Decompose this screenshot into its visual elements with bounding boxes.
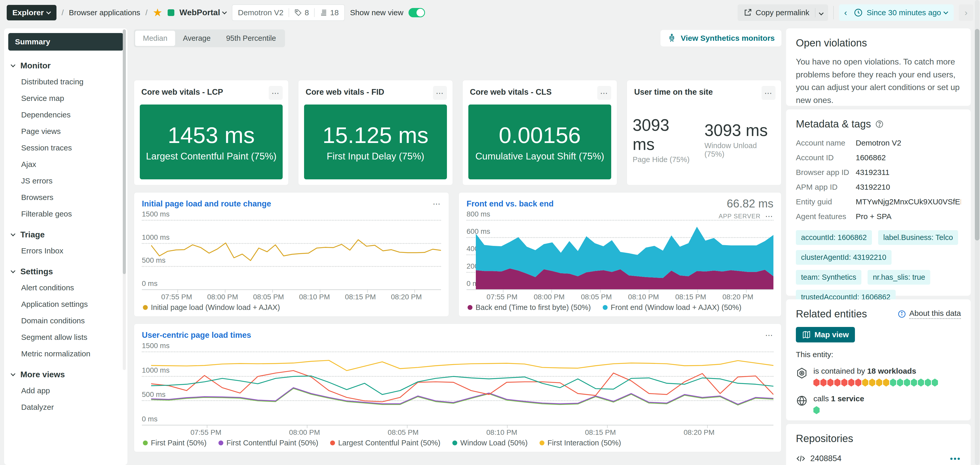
- show-new-view-toggle[interactable]: [409, 8, 425, 17]
- workload-hexagon[interactable]: [827, 379, 834, 387]
- sidebar-group-header[interactable]: More views: [4, 362, 127, 382]
- sidebar-item[interactable]: Browsers: [4, 189, 127, 205]
- workload-hexagon[interactable]: [904, 379, 910, 387]
- top-bar: Explorer / Browser applications / ★ WebP…: [0, 0, 980, 25]
- chart-plot[interactable]: 1500 ms1000 ms500 ms0 ms: [142, 212, 441, 289]
- chart-title-link[interactable]: User-centric page load times: [142, 331, 251, 340]
- service-hexagon[interactable]: [813, 406, 819, 414]
- tag-pill[interactable]: nr.has_slis: true: [867, 270, 930, 285]
- account-chip-label[interactable]: Demotron V2: [238, 8, 284, 17]
- sidebar-item[interactable]: Add app: [4, 382, 127, 399]
- sidebar-item[interactable]: Ajax: [4, 156, 127, 173]
- workload-hexagon[interactable]: [932, 379, 938, 387]
- workload-hexagon[interactable]: [911, 379, 917, 387]
- legend-item[interactable]: Initial page load (Window load + AJAX): [143, 303, 280, 312]
- workload-hexagon[interactable]: [834, 379, 840, 387]
- tags-count[interactable]: 8: [294, 8, 309, 17]
- workload-hexagon[interactable]: [855, 379, 861, 387]
- sidebar-group-header[interactable]: Triage: [4, 222, 127, 242]
- repository-menu-button[interactable]: •••: [950, 454, 961, 463]
- breadcrumb[interactable]: Browser applications: [69, 8, 140, 17]
- chart-title-link[interactable]: Front end vs. back end: [466, 199, 554, 209]
- sidebar-item[interactable]: Segment allow lists: [4, 329, 127, 346]
- card-menu-button[interactable]: ⋯: [765, 331, 773, 339]
- map-view-button[interactable]: Map view: [796, 327, 855, 342]
- sidebar-item[interactable]: Errors Inbox: [4, 242, 127, 259]
- workload-hexagon[interactable]: [862, 379, 868, 387]
- tab-median[interactable]: Median: [135, 31, 175, 46]
- card-menu-button[interactable]: ⋯: [433, 199, 441, 208]
- sidebar-item[interactable]: Distributed tracing: [4, 73, 127, 90]
- time-forward-button[interactable]: ›: [959, 5, 973, 21]
- tag-pill[interactable]: team: Synthetics: [796, 270, 861, 285]
- about-this-data-link[interactable]: About this data: [897, 309, 961, 319]
- tab-95th-percentile[interactable]: 95th Percentile: [218, 31, 284, 46]
- copy-permalink-button[interactable]: Copy permalink: [738, 5, 828, 21]
- sidebar-item[interactable]: Domain conditions: [4, 312, 127, 329]
- page-scrollbar[interactable]: [975, 29, 980, 240]
- sidebar-scrollbar[interactable]: [123, 29, 126, 274]
- workload-hexagon[interactable]: [918, 379, 924, 387]
- legend-item[interactable]: First Contentful Paint (50%): [218, 439, 318, 447]
- legend-item[interactable]: Back end (Time to first byte) (50%): [468, 303, 591, 312]
- chart-legend: Initial page load (Window load + AJAX): [142, 301, 441, 312]
- permalink-dropdown[interactable]: [816, 8, 828, 17]
- x-axis-label: 08:00 PM: [207, 293, 238, 301]
- sidebar-item[interactable]: Filterable geos: [4, 205, 127, 222]
- workloads-count[interactable]: 18: [320, 8, 339, 17]
- sidebar-item[interactable]: Metric normalization: [4, 346, 127, 362]
- sidebar-item[interactable]: Application settings: [4, 296, 127, 312]
- sidebar-item[interactable]: Dependencies: [4, 107, 127, 123]
- divider: [314, 8, 315, 17]
- time-back-button[interactable]: ‹: [839, 8, 852, 18]
- sidebar-item-summary[interactable]: Summary: [8, 33, 123, 51]
- workload-hexagon[interactable]: [890, 379, 896, 387]
- sidebar-item[interactable]: Service map: [4, 90, 127, 107]
- entity-name-dropdown[interactable]: WebPortal: [180, 8, 227, 17]
- workload-hexagon[interactable]: [841, 379, 848, 387]
- legend-item[interactable]: First Interaction (50%): [539, 439, 621, 447]
- workload-hexagon[interactable]: [820, 379, 827, 387]
- legend-item[interactable]: Front end (Window load + AJAX) (50%): [603, 303, 741, 312]
- sidebar-group-header[interactable]: Monitor: [4, 53, 127, 73]
- card-menu-button[interactable]: ⋯: [762, 86, 775, 100]
- workloads-count-link[interactable]: 18 workloads: [867, 367, 916, 375]
- explorer-dropdown[interactable]: Explorer: [7, 5, 56, 21]
- sidebar-group-label: Settings: [21, 267, 53, 276]
- chart-plot[interactable]: 1500 ms1000 ms500 ms0 ms: [142, 344, 773, 425]
- workload-hexagon[interactable]: [869, 379, 875, 387]
- summary-toolbar: Median Average 95th Percentile View Synt…: [134, 29, 781, 48]
- card-menu-button[interactable]: ⋯: [433, 86, 447, 100]
- sidebar-item[interactable]: Session traces: [4, 140, 127, 156]
- sidebar-item[interactable]: Page views: [4, 123, 127, 140]
- legend-dot: [218, 441, 223, 445]
- sidebar-item[interactable]: JS errors: [4, 173, 127, 189]
- sidebar-item[interactable]: Datalyzer: [4, 399, 127, 416]
- workload-hexagon[interactable]: [897, 379, 903, 387]
- help-icon[interactable]: [875, 120, 884, 129]
- workload-hexagon[interactable]: [883, 379, 889, 387]
- service-count-link[interactable]: 1 service: [831, 394, 864, 403]
- tag-pill[interactable]: clusterAgentId: 43192210: [796, 250, 891, 265]
- favorite-star-icon[interactable]: ★: [153, 7, 162, 18]
- legend-item[interactable]: Window Load (50%): [452, 439, 528, 447]
- card-menu-button[interactable]: ⋯: [597, 86, 611, 100]
- workload-hexagon[interactable]: [848, 379, 854, 387]
- tag-pill[interactable]: label.Business: Telco: [878, 230, 958, 245]
- workload-hexagon[interactable]: [925, 379, 931, 387]
- legend-dot: [603, 305, 608, 310]
- tag-pill[interactable]: accountId: 1606862: [796, 230, 872, 245]
- sidebar-item[interactable]: Alert conditions: [4, 279, 127, 296]
- time-picker[interactable]: ‹ Since 30 minutes ago: [839, 5, 954, 21]
- chart-title-link[interactable]: Initial page load and route change: [142, 199, 271, 209]
- legend-item[interactable]: Largest Contentful Paint (50%): [330, 439, 441, 447]
- view-synthetics-link[interactable]: View Synthetics monitors: [660, 30, 781, 46]
- card-menu-button[interactable]: ⋯: [269, 86, 283, 100]
- chart-plot[interactable]: 800 ms600 ms400 ms200 ms0 ms: [466, 212, 773, 289]
- repository-link[interactable]: 2408854: [796, 454, 842, 463]
- tab-average[interactable]: Average: [175, 31, 218, 46]
- workload-hexagon[interactable]: [876, 379, 882, 387]
- workload-hexagon[interactable]: [813, 379, 819, 387]
- legend-item[interactable]: First Paint (50%): [143, 439, 207, 447]
- sidebar-group-header[interactable]: Settings: [4, 259, 127, 279]
